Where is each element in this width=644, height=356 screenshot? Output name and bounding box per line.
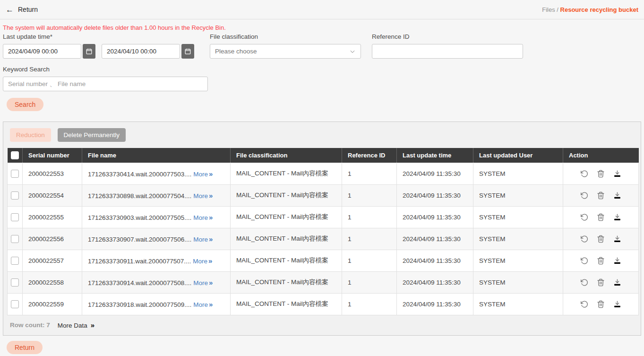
- restore-button[interactable]: [580, 191, 588, 200]
- last-update-time-group: Last update time*: [3, 33, 194, 59]
- delete-button[interactable]: [597, 191, 605, 200]
- more-link[interactable]: More»: [193, 214, 213, 221]
- delete-button[interactable]: [597, 235, 605, 243]
- download-button[interactable]: [613, 170, 621, 178]
- more-data-link[interactable]: More Data»: [58, 321, 94, 329]
- cell-reference-id: 1: [342, 228, 397, 250]
- delete-button[interactable]: [597, 213, 605, 221]
- double-chevron-icon: »: [209, 300, 213, 308]
- row-count: Row count: 7: [10, 321, 50, 329]
- more-link[interactable]: More»: [193, 171, 213, 178]
- delete-permanently-button[interactable]: Delete Permanently: [58, 128, 126, 142]
- download-button[interactable]: [613, 278, 621, 287]
- date-to-calendar-button[interactable]: [181, 44, 194, 59]
- select-all-checkbox[interactable]: [11, 151, 19, 159]
- restore-icon: [580, 213, 588, 221]
- download-button[interactable]: [613, 300, 621, 308]
- search-button[interactable]: Search: [7, 98, 43, 111]
- double-chevron-icon: »: [208, 257, 212, 265]
- breadcrumb-section[interactable]: Files: [542, 6, 555, 13]
- more-link[interactable]: More»: [193, 301, 213, 308]
- chevron-down-icon: [349, 48, 356, 55]
- calendar-icon: [184, 48, 191, 55]
- double-chevron-icon: »: [209, 278, 213, 287]
- top-bar: ← Return Files / Resource recycling buck…: [0, 0, 644, 19]
- table-header-row: Serial number File name File classificat…: [8, 148, 639, 163]
- restore-button[interactable]: [580, 170, 588, 178]
- cell-user: SYSTEM: [473, 163, 563, 184]
- cell-user: SYSTEM: [473, 250, 563, 271]
- row-checkbox[interactable]: [11, 278, 19, 287]
- row-checkbox[interactable]: [11, 191, 19, 200]
- table-row: 2000022556 1712633730907.wait.2000077506…: [8, 228, 639, 250]
- cell-action: [563, 163, 639, 184]
- restore-button[interactable]: [580, 300, 588, 308]
- date-to-input[interactable]: [102, 44, 180, 59]
- restore-icon: [580, 235, 588, 243]
- cell-reference-id: 1: [342, 163, 397, 184]
- file-name-text: 1712633730907.wait.2000077506....: [88, 236, 191, 243]
- cell-action: [563, 228, 639, 250]
- delete-button[interactable]: [597, 278, 605, 287]
- return-link-label: Return: [18, 6, 38, 13]
- cell-last-update: 2024/04/09 11:35:30: [397, 163, 473, 184]
- more-link[interactable]: More»: [193, 258, 212, 265]
- reference-id-input[interactable]: [372, 44, 523, 59]
- cell-action: [563, 206, 639, 228]
- more-link[interactable]: More»: [193, 279, 213, 287]
- row-checkbox[interactable]: [11, 257, 19, 265]
- header-file-name: File name: [82, 148, 231, 163]
- keyword-search-input[interactable]: [3, 77, 208, 91]
- cell-user: SYSTEM: [473, 271, 563, 293]
- row-checkbox[interactable]: [11, 235, 19, 243]
- restore-button[interactable]: [580, 235, 588, 243]
- more-link[interactable]: More»: [193, 192, 213, 200]
- file-name-text: 1712633730414.wait.2000077503....: [88, 171, 191, 178]
- keyword-search-label: Keyword Search: [3, 66, 641, 73]
- date-from-input[interactable]: [3, 44, 81, 59]
- date-from-calendar-button[interactable]: [83, 44, 95, 59]
- delete-button[interactable]: [597, 300, 605, 308]
- download-icon: [613, 278, 621, 287]
- restore-button[interactable]: [580, 257, 588, 265]
- row-count-value: 7: [46, 321, 50, 329]
- cell-action: [563, 250, 639, 271]
- file-name-text: 1712633730911.wait.2000077507....: [88, 258, 191, 265]
- trash-icon: [597, 257, 605, 265]
- row-checkbox[interactable]: [11, 300, 19, 308]
- file-classification-value: Please choose: [215, 48, 257, 55]
- table-row: 2000022553 1712633730414.wait.2000077503…: [8, 163, 639, 184]
- bottom-return-button[interactable]: Return: [7, 341, 43, 354]
- row-checkbox[interactable]: [11, 213, 19, 221]
- delete-button[interactable]: [597, 170, 605, 178]
- file-classification-select[interactable]: Please choose: [210, 44, 361, 59]
- cell-serial: 2000022555: [23, 206, 82, 228]
- reduction-button[interactable]: Reduction: [10, 128, 51, 142]
- download-button[interactable]: [613, 235, 621, 243]
- cell-classification: MAIL_CONTENT - Mail內容檔案: [231, 250, 342, 271]
- cell-action: [563, 271, 639, 293]
- download-icon: [613, 257, 621, 265]
- cell-file-name: 1712633730914.wait.2000077508....More»: [82, 271, 231, 293]
- recycle-warning-text: The system will automatically delete fil…: [3, 24, 641, 31]
- row-checkbox[interactable]: [11, 170, 19, 178]
- delete-button[interactable]: [597, 257, 605, 265]
- double-chevron-icon: »: [209, 213, 213, 221]
- double-chevron-icon: »: [209, 191, 213, 200]
- calendar-icon: [86, 48, 93, 55]
- return-link[interactable]: ← Return: [6, 6, 38, 14]
- more-link[interactable]: More»: [193, 236, 213, 243]
- table-row: 2000022558 1712633730914.wait.2000077508…: [8, 271, 639, 293]
- table-row: 2000022557 1712633730911.wait.2000077507…: [8, 250, 639, 271]
- double-chevron-icon: »: [209, 170, 213, 178]
- header-reference-id: Reference ID: [342, 148, 397, 163]
- download-button[interactable]: [613, 191, 621, 200]
- double-chevron-icon: »: [91, 321, 94, 329]
- reference-id-label: Reference ID: [372, 33, 523, 40]
- cell-classification: MAIL_CONTENT - Mail內容檔案: [231, 228, 342, 250]
- double-chevron-icon: »: [209, 235, 213, 243]
- restore-button[interactable]: [580, 213, 588, 221]
- download-button[interactable]: [613, 257, 621, 265]
- download-button[interactable]: [613, 213, 621, 221]
- restore-button[interactable]: [580, 278, 588, 287]
